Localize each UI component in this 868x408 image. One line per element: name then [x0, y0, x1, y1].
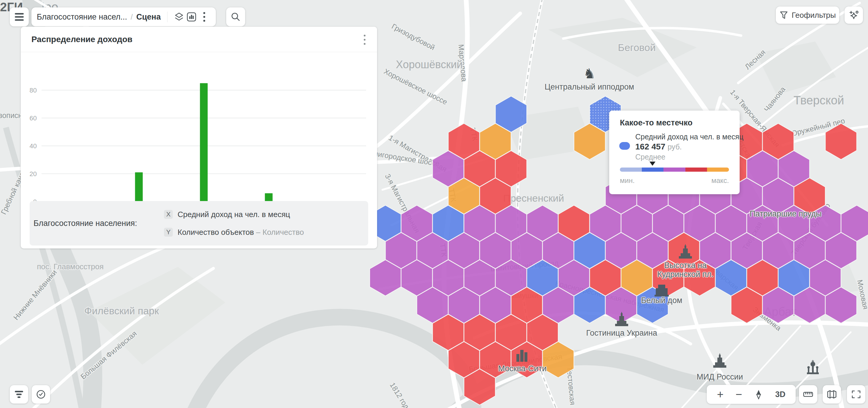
divider — [167, 11, 167, 22]
clock-icon — [36, 389, 46, 400]
y-tick-label: 60 — [30, 115, 37, 122]
scale-min-label: мин. — [620, 177, 635, 185]
scale-marker-icon — [650, 162, 655, 166]
tooltip-title: Какое-то местечко — [620, 118, 692, 127]
poi-label[interactable]: Гостиница Украина — [586, 328, 657, 338]
scale-max-label: макс. — [711, 177, 729, 185]
search-button[interactable] — [226, 7, 245, 26]
scale-segment — [642, 167, 664, 172]
kebab-icon — [363, 34, 366, 46]
chart-legend: Благосостояние населения: X Средний дохо… — [30, 201, 368, 246]
more-button[interactable] — [198, 9, 211, 25]
breadcrumb-separator: / — [131, 13, 133, 21]
ai-suggest-button[interactable] — [844, 6, 863, 24]
scale-segment — [620, 167, 642, 172]
chart-menu-button[interactable] — [358, 33, 371, 46]
time-history-button[interactable] — [32, 385, 50, 404]
highrise-icon[interactable] — [615, 312, 629, 327]
bar-chart-icon — [186, 12, 196, 22]
sparkle-icon — [848, 10, 859, 21]
church-icon[interactable] — [806, 359, 820, 375]
tooltip-metric: Средний доход на чел. в месяц — [635, 132, 743, 141]
geofilters-label: Геофильтры — [792, 11, 836, 20]
highrise-icon[interactable] — [678, 244, 692, 260]
hamburger-icon — [14, 12, 24, 21]
x-axis-row: X Средний доход на чел. в месяц — [164, 210, 290, 219]
scale-segment — [707, 167, 729, 172]
filter-lines-icon — [14, 390, 24, 398]
y-tick-label: 20 — [30, 170, 37, 178]
poi-label[interactable]: Центральный ипподром — [545, 83, 634, 91]
chart-panel: Распределение доходов 0204060800 – 10000… — [21, 27, 377, 249]
y-axis-badge: Y — [164, 228, 173, 237]
kebab-icon — [203, 11, 206, 22]
horse-icon[interactable]: ♞ — [582, 66, 596, 82]
y-tick-label: 80 — [30, 87, 37, 94]
geofilters-button[interactable]: Геофильтры — [776, 6, 839, 24]
y-axis-label: Количество объектов – Количество — [178, 228, 304, 237]
x-axis-label: Средний доход на чел. в месяц — [178, 210, 290, 219]
income-distribution-chart[interactable]: 0204060800 – 100000100000 – 200000200000… — [21, 53, 377, 219]
ruler-icon — [803, 389, 813, 400]
chart-panel-header: Распределение доходов — [21, 27, 377, 52]
breadcrumb: Благосостояние насел... / Сцена — [31, 7, 216, 26]
scale-segment — [663, 167, 685, 172]
layers-icon — [174, 12, 184, 22]
tooltip-aggregation: Среднее — [635, 153, 665, 161]
gov-icon[interactable] — [655, 282, 669, 298]
compass-button[interactable] — [754, 389, 763, 399]
menu-button[interactable] — [10, 7, 29, 26]
poi-label[interactable]: Высотка наКудринской пл. — [657, 261, 714, 279]
folded-map-icon — [827, 389, 837, 400]
tooltip-unit: руб. — [668, 143, 682, 151]
compass-icon — [754, 389, 763, 399]
y-axis-row: Y Количество объектов – Количество — [164, 228, 304, 237]
metric-color-dot — [619, 142, 630, 150]
zoom-in-button[interactable]: + — [717, 389, 723, 400]
svg-text:♞: ♞ — [583, 66, 595, 81]
bar-6[interactable] — [265, 193, 273, 201]
bar-85[interactable] — [200, 83, 208, 202]
layers-button[interactable] — [173, 9, 185, 25]
breadcrumb-scene[interactable]: Сцена — [136, 12, 161, 22]
map-style-button[interactable] — [823, 385, 841, 404]
hex-cell[interactable] — [825, 123, 857, 159]
poi-label[interactable]: Патриаршие пруды — [750, 209, 822, 218]
poi-label[interactable]: Белый дом — [641, 296, 682, 305]
zoom-out-button[interactable]: − — [736, 389, 742, 400]
poi-label[interactable]: МИД России — [696, 372, 743, 381]
fullscreen-button[interactable] — [847, 385, 865, 404]
highrise-icon[interactable] — [713, 353, 727, 369]
filter-lines-button[interactable] — [10, 385, 28, 404]
chart-title: Распределение доходов — [31, 35, 132, 44]
tooltip-value: 162 457 руб. — [635, 142, 682, 152]
ruler-button[interactable] — [799, 385, 817, 404]
color-scale-bar — [620, 167, 729, 172]
poi-label[interactable]: Москва-Сити — [498, 364, 546, 373]
search-icon — [230, 12, 241, 22]
y-tick-label: 40 — [30, 142, 37, 150]
3d-toggle-button[interactable]: 3D — [775, 390, 785, 399]
scale-segment — [685, 167, 707, 172]
fullscreen-icon — [851, 389, 861, 399]
hex-tooltip: Какое-то местечко Средний доход на чел. … — [609, 111, 740, 194]
bar-21[interactable] — [135, 172, 143, 201]
breadcrumb-project[interactable]: Благосостояние насел... — [37, 12, 127, 22]
map-zoom-controls: + − 3D — [707, 385, 796, 404]
funnel-icon — [779, 11, 788, 20]
charts-button[interactable] — [185, 9, 198, 25]
city-icon[interactable] — [515, 347, 529, 363]
dataset-label: Благосостояние населения: — [33, 219, 137, 228]
x-axis-badge: X — [164, 210, 173, 219]
